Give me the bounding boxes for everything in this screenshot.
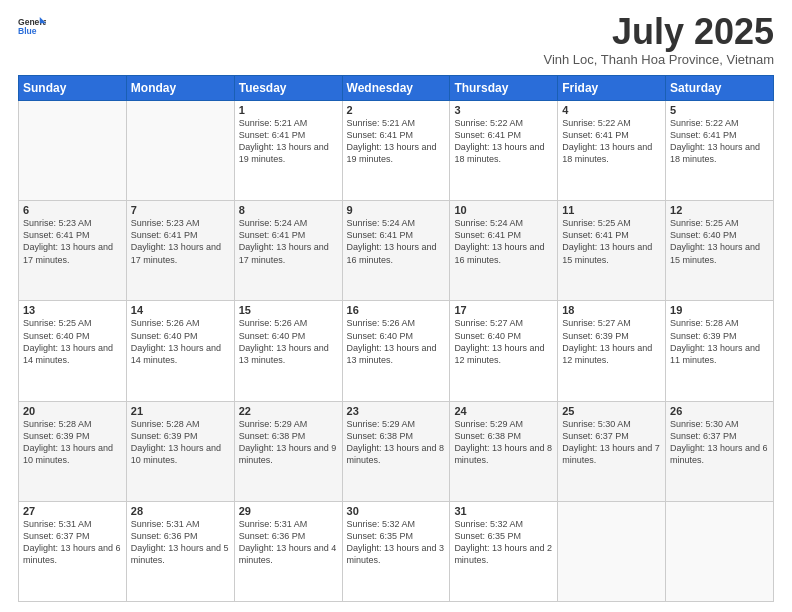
cell-w5-d6 — [666, 501, 774, 601]
cell-w4-d0: 20Sunrise: 5:28 AMSunset: 6:39 PMDayligh… — [19, 401, 127, 501]
day-info: Sunrise: 5:27 AMSunset: 6:40 PMDaylight:… — [454, 317, 553, 366]
cell-w4-d3: 23Sunrise: 5:29 AMSunset: 6:38 PMDayligh… — [342, 401, 450, 501]
col-thursday: Thursday — [450, 76, 558, 101]
week-row-3: 13Sunrise: 5:25 AMSunset: 6:40 PMDayligh… — [19, 301, 774, 401]
col-sunday: Sunday — [19, 76, 127, 101]
cell-w3-d1: 14Sunrise: 5:26 AMSunset: 6:40 PMDayligh… — [126, 301, 234, 401]
cell-w3-d2: 15Sunrise: 5:26 AMSunset: 6:40 PMDayligh… — [234, 301, 342, 401]
day-number: 15 — [239, 304, 338, 316]
cell-w4-d6: 26Sunrise: 5:30 AMSunset: 6:37 PMDayligh… — [666, 401, 774, 501]
day-info: Sunrise: 5:26 AMSunset: 6:40 PMDaylight:… — [131, 317, 230, 366]
cell-w3-d4: 17Sunrise: 5:27 AMSunset: 6:40 PMDayligh… — [450, 301, 558, 401]
cell-w4-d5: 25Sunrise: 5:30 AMSunset: 6:37 PMDayligh… — [558, 401, 666, 501]
subtitle: Vinh Loc, Thanh Hoa Province, Vietnam — [543, 52, 774, 67]
cell-w5-d3: 30Sunrise: 5:32 AMSunset: 6:35 PMDayligh… — [342, 501, 450, 601]
cell-w1-d6: 5Sunrise: 5:22 AMSunset: 6:41 PMDaylight… — [666, 101, 774, 201]
day-info: Sunrise: 5:29 AMSunset: 6:38 PMDaylight:… — [239, 418, 338, 467]
cell-w3-d3: 16Sunrise: 5:26 AMSunset: 6:40 PMDayligh… — [342, 301, 450, 401]
week-row-1: 1Sunrise: 5:21 AMSunset: 6:41 PMDaylight… — [19, 101, 774, 201]
day-number: 10 — [454, 204, 553, 216]
day-number: 16 — [347, 304, 446, 316]
day-info: Sunrise: 5:31 AMSunset: 6:37 PMDaylight:… — [23, 518, 122, 567]
cell-w1-d1 — [126, 101, 234, 201]
calendar-header-row: Sunday Monday Tuesday Wednesday Thursday… — [19, 76, 774, 101]
day-info: Sunrise: 5:25 AMSunset: 6:41 PMDaylight:… — [562, 217, 661, 266]
cell-w4-d4: 24Sunrise: 5:29 AMSunset: 6:38 PMDayligh… — [450, 401, 558, 501]
day-info: Sunrise: 5:21 AMSunset: 6:41 PMDaylight:… — [239, 117, 338, 166]
svg-text:Blue: Blue — [18, 26, 37, 36]
day-info: Sunrise: 5:22 AMSunset: 6:41 PMDaylight:… — [454, 117, 553, 166]
day-number: 22 — [239, 405, 338, 417]
day-info: Sunrise: 5:25 AMSunset: 6:40 PMDaylight:… — [23, 317, 122, 366]
cell-w2-d1: 7Sunrise: 5:23 AMSunset: 6:41 PMDaylight… — [126, 201, 234, 301]
day-number: 18 — [562, 304, 661, 316]
week-row-4: 20Sunrise: 5:28 AMSunset: 6:39 PMDayligh… — [19, 401, 774, 501]
day-number: 6 — [23, 204, 122, 216]
day-number: 21 — [131, 405, 230, 417]
cell-w2-d3: 9Sunrise: 5:24 AMSunset: 6:41 PMDaylight… — [342, 201, 450, 301]
cell-w5-d0: 27Sunrise: 5:31 AMSunset: 6:37 PMDayligh… — [19, 501, 127, 601]
cell-w2-d4: 10Sunrise: 5:24 AMSunset: 6:41 PMDayligh… — [450, 201, 558, 301]
day-number: 28 — [131, 505, 230, 517]
day-info: Sunrise: 5:25 AMSunset: 6:40 PMDaylight:… — [670, 217, 769, 266]
cell-w3-d5: 18Sunrise: 5:27 AMSunset: 6:39 PMDayligh… — [558, 301, 666, 401]
day-number: 1 — [239, 104, 338, 116]
title-block: July 2025 Vinh Loc, Thanh Hoa Province, … — [543, 14, 774, 67]
day-info: Sunrise: 5:22 AMSunset: 6:41 PMDaylight:… — [670, 117, 769, 166]
day-info: Sunrise: 5:24 AMSunset: 6:41 PMDaylight:… — [454, 217, 553, 266]
day-number: 27 — [23, 505, 122, 517]
cell-w2-d0: 6Sunrise: 5:23 AMSunset: 6:41 PMDaylight… — [19, 201, 127, 301]
col-friday: Friday — [558, 76, 666, 101]
cell-w4-d2: 22Sunrise: 5:29 AMSunset: 6:38 PMDayligh… — [234, 401, 342, 501]
day-number: 13 — [23, 304, 122, 316]
day-info: Sunrise: 5:32 AMSunset: 6:35 PMDaylight:… — [454, 518, 553, 567]
day-info: Sunrise: 5:29 AMSunset: 6:38 PMDaylight:… — [347, 418, 446, 467]
week-row-2: 6Sunrise: 5:23 AMSunset: 6:41 PMDaylight… — [19, 201, 774, 301]
cell-w5-d1: 28Sunrise: 5:31 AMSunset: 6:36 PMDayligh… — [126, 501, 234, 601]
cell-w3-d0: 13Sunrise: 5:25 AMSunset: 6:40 PMDayligh… — [19, 301, 127, 401]
day-info: Sunrise: 5:23 AMSunset: 6:41 PMDaylight:… — [23, 217, 122, 266]
day-info: Sunrise: 5:32 AMSunset: 6:35 PMDaylight:… — [347, 518, 446, 567]
day-number: 26 — [670, 405, 769, 417]
day-info: Sunrise: 5:28 AMSunset: 6:39 PMDaylight:… — [23, 418, 122, 467]
month-title: July 2025 — [543, 14, 774, 50]
day-number: 24 — [454, 405, 553, 417]
cell-w4-d1: 21Sunrise: 5:28 AMSunset: 6:39 PMDayligh… — [126, 401, 234, 501]
day-info: Sunrise: 5:24 AMSunset: 6:41 PMDaylight:… — [239, 217, 338, 266]
day-info: Sunrise: 5:31 AMSunset: 6:36 PMDaylight:… — [131, 518, 230, 567]
day-info: Sunrise: 5:22 AMSunset: 6:41 PMDaylight:… — [562, 117, 661, 166]
day-info: Sunrise: 5:26 AMSunset: 6:40 PMDaylight:… — [239, 317, 338, 366]
week-row-5: 27Sunrise: 5:31 AMSunset: 6:37 PMDayligh… — [19, 501, 774, 601]
day-number: 8 — [239, 204, 338, 216]
cell-w2-d2: 8Sunrise: 5:24 AMSunset: 6:41 PMDaylight… — [234, 201, 342, 301]
day-number: 20 — [23, 405, 122, 417]
day-number: 30 — [347, 505, 446, 517]
cell-w2-d5: 11Sunrise: 5:25 AMSunset: 6:41 PMDayligh… — [558, 201, 666, 301]
col-wednesday: Wednesday — [342, 76, 450, 101]
cell-w5-d2: 29Sunrise: 5:31 AMSunset: 6:36 PMDayligh… — [234, 501, 342, 601]
day-info: Sunrise: 5:28 AMSunset: 6:39 PMDaylight:… — [670, 317, 769, 366]
page: General Blue July 2025 Vinh Loc, Thanh H… — [0, 0, 792, 612]
day-info: Sunrise: 5:27 AMSunset: 6:39 PMDaylight:… — [562, 317, 661, 366]
cell-w1-d0 — [19, 101, 127, 201]
header: General Blue July 2025 Vinh Loc, Thanh H… — [18, 14, 774, 67]
day-number: 7 — [131, 204, 230, 216]
day-info: Sunrise: 5:30 AMSunset: 6:37 PMDaylight:… — [670, 418, 769, 467]
day-number: 19 — [670, 304, 769, 316]
cell-w1-d2: 1Sunrise: 5:21 AMSunset: 6:41 PMDaylight… — [234, 101, 342, 201]
col-tuesday: Tuesday — [234, 76, 342, 101]
day-number: 14 — [131, 304, 230, 316]
day-number: 2 — [347, 104, 446, 116]
day-number: 9 — [347, 204, 446, 216]
day-info: Sunrise: 5:21 AMSunset: 6:41 PMDaylight:… — [347, 117, 446, 166]
cell-w5-d5 — [558, 501, 666, 601]
logo: General Blue — [18, 14, 46, 42]
day-number: 17 — [454, 304, 553, 316]
calendar-table: Sunday Monday Tuesday Wednesday Thursday… — [18, 75, 774, 602]
cell-w3-d6: 19Sunrise: 5:28 AMSunset: 6:39 PMDayligh… — [666, 301, 774, 401]
col-monday: Monday — [126, 76, 234, 101]
day-info: Sunrise: 5:28 AMSunset: 6:39 PMDaylight:… — [131, 418, 230, 467]
day-number: 5 — [670, 104, 769, 116]
day-number: 31 — [454, 505, 553, 517]
col-saturday: Saturday — [666, 76, 774, 101]
